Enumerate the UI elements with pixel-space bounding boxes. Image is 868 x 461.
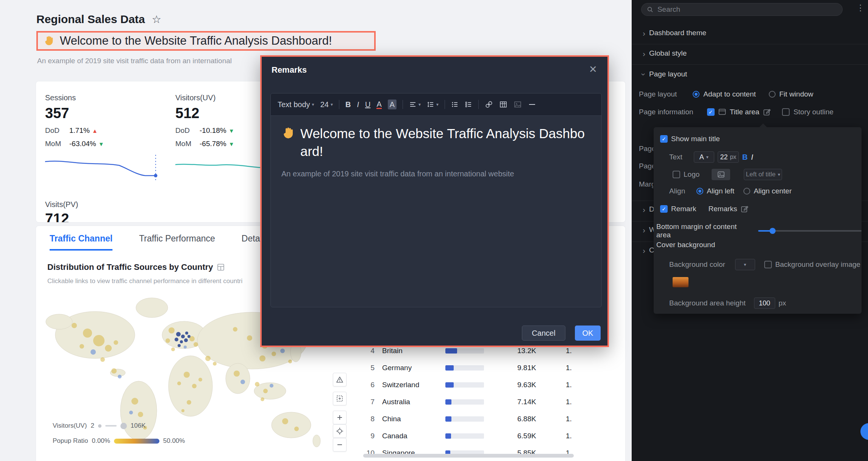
kpi-visits-label: Visits(PV) <box>45 200 78 209</box>
rank-cell: 6 <box>363 381 375 389</box>
table-row[interactable]: 6 Switzerland 9.63K 1. <box>363 376 590 393</box>
horizontal-rule-button[interactable] <box>528 100 536 109</box>
font-size-dropdown[interactable]: 24▾ <box>320 100 333 109</box>
kpi-visits-value: 712 <box>45 211 69 223</box>
remark-checkbox[interactable]: ✓ <box>660 205 668 213</box>
underline-button[interactable]: U <box>365 100 370 109</box>
horizontal-scrollbar[interactable] <box>363 454 574 458</box>
map-zoom-in-button[interactable] <box>333 411 347 424</box>
line-spacing-dropdown[interactable]: ▾ <box>427 101 439 108</box>
cancel-button[interactable]: Cancel <box>522 326 565 341</box>
bold-button[interactable]: B <box>345 100 351 109</box>
close-icon[interactable]: ✕ <box>589 64 597 75</box>
align-left-radio[interactable] <box>696 188 703 195</box>
chevron-down-icon: ▾ <box>744 262 746 267</box>
title-area-label: Title area <box>730 108 760 116</box>
title-bold-button[interactable]: B <box>742 153 748 162</box>
star-icon[interactable]: ☆ <box>152 13 161 26</box>
table-bar <box>445 382 484 388</box>
font-color-button[interactable]: A <box>376 100 381 109</box>
page-layout-label: Page layout <box>639 90 677 98</box>
chevron-down-icon: › <box>640 73 648 76</box>
background-height-input[interactable]: 100 <box>754 297 775 309</box>
table-row[interactable]: 9 Canada 6.59K 1. <box>363 427 590 444</box>
adapt-to-content-radio[interactable] <box>693 91 699 98</box>
section-global-style[interactable]: › Global style <box>643 49 687 58</box>
tab-traffic-performance[interactable]: Traffic Performance <box>139 234 215 251</box>
text-style-dropdown[interactable]: Text body▾ <box>278 100 314 109</box>
clipped-row: Page <box>639 162 653 170</box>
background-color-dropdown[interactable]: ▾ <box>735 259 755 270</box>
logo-upload-button[interactable] <box>712 169 730 180</box>
map-warning-button[interactable] <box>333 373 347 386</box>
chevron-down-icon: ▾ <box>331 102 333 107</box>
logo-label: Logo <box>684 170 699 179</box>
down-triangle-icon: ▼ <box>229 128 234 134</box>
edit-icon[interactable] <box>741 205 748 213</box>
section-dashboard-theme[interactable]: › Dashboard theme <box>643 29 706 37</box>
legend-size-max: 106K <box>131 422 146 430</box>
country-cell: China <box>382 415 426 423</box>
table-row[interactable]: 10 Singapore 5.85K 1. <box>363 444 590 461</box>
highlight-color-button[interactable]: A <box>388 100 397 109</box>
chevron-down-icon: ▾ <box>706 154 709 160</box>
clipped-section[interactable]: › C <box>643 246 654 254</box>
align-dropdown[interactable]: ▾ <box>409 101 421 108</box>
table-row[interactable]: 7 Australia 7.14K 1. <box>363 393 590 410</box>
story-outline-label: Story outline <box>793 108 834 116</box>
kpi-metric-value: -10.18% <box>200 126 226 135</box>
modal-title: Remarks <box>272 65 307 75</box>
radio-label: Fit window <box>779 90 813 98</box>
edit-icon[interactable] <box>763 108 771 116</box>
link-button[interactable] <box>485 100 493 109</box>
editor-content[interactable]: Welcome to the Website Traffic Analysis … <box>281 125 591 178</box>
value-cell: 6.88K <box>517 415 551 423</box>
bottom-margin-slider[interactable] <box>758 230 862 232</box>
legend-color-max: 50.00% <box>163 437 185 445</box>
search-box[interactable] <box>641 3 843 16</box>
title-italic-button[interactable]: I <box>751 153 753 162</box>
fit-window-radio[interactable] <box>769 91 776 98</box>
table-row[interactable]: 5 Germany 9.81K 1. <box>363 359 590 376</box>
more-options-icon[interactable]: ⋮ <box>856 3 865 13</box>
radio-label: Adapt to content <box>703 90 756 98</box>
toolbar-separator <box>478 100 479 109</box>
welcome-banner[interactable]: Welcome to the Website Traffic Analysis … <box>36 31 376 51</box>
clipped-section[interactable]: › D <box>643 205 654 213</box>
table-row[interactable]: 8 China 6.88K 1. <box>363 410 590 427</box>
clipped-row: Page <box>639 145 653 153</box>
chart-settings-icon[interactable] <box>217 263 225 271</box>
kpi-metric-value: -65.78% <box>200 140 226 148</box>
warning-icon <box>336 376 343 383</box>
tab-traffic-channel[interactable]: Traffic Channel <box>50 234 112 251</box>
bullet-list-button[interactable] <box>451 101 459 108</box>
font-family-dropdown[interactable]: A▾ <box>694 151 714 163</box>
logo-checkbox[interactable] <box>673 171 680 178</box>
background-color-swatch[interactable] <box>673 277 688 287</box>
insert-image-button[interactable] <box>514 100 522 109</box>
search-input[interactable] <box>657 5 837 14</box>
legend-color-label: Popup Ratio <box>53 437 88 445</box>
chevron-right-icon: › <box>643 246 645 254</box>
insert-table-button[interactable] <box>499 100 507 109</box>
background-overlay-checkbox[interactable] <box>764 261 772 268</box>
country-cell: Britain <box>382 347 426 355</box>
section-page-layout[interactable]: › Page layout <box>643 70 687 78</box>
slider-handle[interactable] <box>770 228 776 234</box>
map-locate-button[interactable] <box>333 424 347 438</box>
map-fullscreen-button[interactable] <box>333 392 347 405</box>
editor-paragraph: An example of 2019 site visit traffic da… <box>281 170 591 178</box>
ok-button[interactable]: OK <box>575 326 601 341</box>
italic-button[interactable]: I <box>357 100 359 109</box>
title-area-checkbox[interactable]: ✓ <box>707 108 715 116</box>
show-main-title-checkbox[interactable]: ✓ <box>660 135 668 143</box>
remarks-modal: Remarks ✕ Text body▾ 24▾ B I U A A ▾ <box>260 55 609 347</box>
logo-position-dropdown[interactable]: Left of title▾ <box>744 169 782 180</box>
extra-cell: 1. <box>566 398 572 406</box>
image-upload-icon <box>718 171 724 178</box>
align-center-radio[interactable] <box>743 188 750 195</box>
map-zoom-out-button[interactable] <box>333 438 347 452</box>
numbered-list-button[interactable] <box>465 101 472 108</box>
story-outline-checkbox[interactable] <box>782 108 790 116</box>
font-size-input[interactable]: 22px <box>718 151 739 163</box>
